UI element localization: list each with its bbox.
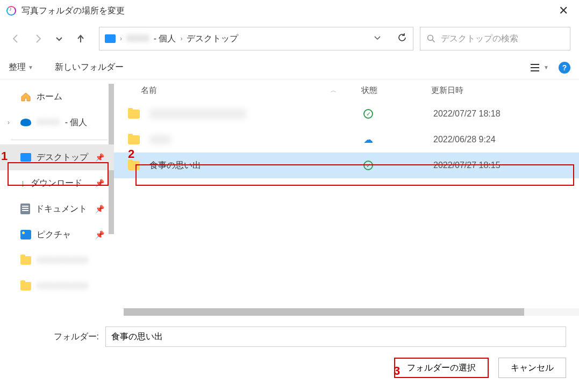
file-row[interactable]: ✓ 2022/07/27 18:18 <box>114 101 579 127</box>
sidebar-item-home[interactable]: ホーム <box>0 84 114 110</box>
help-icon[interactable]: ? <box>559 62 570 74</box>
up-button[interactable] <box>73 31 88 46</box>
footer: フォルダー: フォルダーの選択 キャンセル <box>0 316 579 387</box>
sidebar-item-label: ホーム <box>37 91 62 103</box>
column-headers: 名前 ︿ 状態 更新日時 <box>114 79 579 101</box>
sidebar-item-label: ピクチャ <box>37 229 71 241</box>
select-folder-button[interactable]: フォルダーの選択 <box>394 358 489 378</box>
breadcrumb-user-suffix[interactable]: - 個人 <box>154 33 176 45</box>
folder-icon <box>128 161 140 170</box>
divider <box>11 140 108 140</box>
sidebar-item-label: XXXXXXXXX <box>37 281 88 291</box>
sidebar-item-desktop[interactable]: デスクトップ 📌 <box>0 144 114 170</box>
search-icon <box>427 34 435 43</box>
column-name[interactable]: 名前 <box>141 85 157 96</box>
file-name <box>149 108 246 119</box>
folder-icon <box>20 282 31 291</box>
column-status[interactable]: 状態 <box>361 85 431 96</box>
file-date: 2022/07/27 18:15 <box>433 161 501 170</box>
sidebar-item-label: ダウンロード <box>31 178 82 189</box>
chevron-down-icon: ▼ <box>28 64 33 70</box>
folder-icon <box>128 135 140 144</box>
sidebar-item-folder-1[interactable]: XXXXXXXXX <box>0 248 114 273</box>
address-bar[interactable]: › XXXX - 個人 › デスクトップ <box>99 27 413 50</box>
horizontal-scrollbar[interactable] <box>124 308 579 316</box>
pictures-icon <box>20 230 31 239</box>
document-icon <box>20 204 30 214</box>
sidebar-item-onedrive[interactable]: › XXXX - 個人 <box>0 110 114 135</box>
desktop-icon <box>20 153 31 162</box>
app-icon <box>6 6 16 16</box>
sort-indicator-icon[interactable]: ︿ <box>331 86 337 95</box>
folder-name-input[interactable] <box>105 326 566 347</box>
cloud-icon <box>20 119 31 126</box>
file-date: 2022/07/27 18:18 <box>433 109 501 119</box>
pin-icon[interactable]: 📌 <box>95 205 104 213</box>
window-title: 写真フォルダの場所を変更 <box>22 5 125 17</box>
chevron-right-icon[interactable]: › <box>8 119 10 126</box>
chevron-right-icon: › <box>180 35 182 42</box>
search-box[interactable] <box>420 27 570 50</box>
synced-icon: ✓ <box>363 161 373 170</box>
sidebar: ホーム › XXXX - 個人 デスクトップ 📌 ↓ ダウンロード 📌 ドキュメ… <box>0 79 114 316</box>
new-folder-button[interactable]: 新しいフォルダー <box>55 62 124 73</box>
toolbar: 整理 ▼ 新しいフォルダー ▼ ? <box>0 56 579 79</box>
download-icon: ↓ <box>20 178 25 189</box>
sidebar-item-documents[interactable]: ドキュメント 📌 <box>0 196 114 222</box>
refresh-button[interactable] <box>397 32 408 45</box>
folder-icon <box>20 256 31 265</box>
column-modified[interactable]: 更新日時 <box>431 85 463 96</box>
folder-field-label: フォルダー: <box>13 331 99 343</box>
file-name: 食事の思い出 <box>149 160 363 171</box>
chevron-right-icon: › <box>120 35 122 42</box>
sidebar-item-folder-2[interactable]: XXXXXXXXX <box>0 273 114 299</box>
organize-menu[interactable]: 整理 ▼ <box>9 62 33 73</box>
chevron-down-icon: ▼ <box>544 64 549 70</box>
close-icon[interactable]: ✕ <box>554 4 573 18</box>
file-list: 名前 ︿ 状態 更新日時 ✓ 2022/07/27 18:18 ☁ 2022/0… <box>114 79 579 316</box>
file-date: 2022/06/28 9:24 <box>433 135 496 144</box>
location-icon <box>105 34 116 43</box>
pin-icon[interactable]: 📌 <box>95 153 104 162</box>
file-row-selected[interactable]: 食事の思い出 ✓ 2022/07/27 18:15 <box>114 153 579 178</box>
back-button[interactable] <box>9 31 24 46</box>
home-icon <box>20 92 31 101</box>
nav-row: › XXXX - 個人 › デスクトップ <box>0 21 579 56</box>
list-icon <box>530 63 540 72</box>
forward-button[interactable] <box>30 31 45 46</box>
view-menu[interactable]: ▼ <box>530 63 549 72</box>
file-row[interactable]: ☁ 2022/06/28 9:24 <box>114 127 579 153</box>
folder-icon <box>128 110 140 119</box>
pin-icon[interactable]: 📌 <box>95 230 104 239</box>
svg-point-0 <box>428 35 433 41</box>
synced-icon: ✓ <box>363 109 373 119</box>
breadcrumb-user[interactable]: XXXX <box>126 34 149 43</box>
pin-icon[interactable]: 📌 <box>95 179 104 187</box>
titlebar: 写真フォルダの場所を変更 ✕ <box>0 0 579 21</box>
file-name <box>149 135 171 144</box>
search-input[interactable] <box>441 34 563 43</box>
cloud-icon: ☁ <box>363 134 373 146</box>
recent-dropdown[interactable] <box>52 31 67 46</box>
cancel-button[interactable]: キャンセル <box>498 358 566 378</box>
sidebar-item-label: XXXX <box>37 118 60 127</box>
sidebar-item-label: デスクトップ <box>37 152 88 163</box>
organize-label: 整理 <box>9 62 26 73</box>
sidebar-item-label: ドキュメント <box>35 204 87 215</box>
sidebar-item-downloads[interactable]: ↓ ダウンロード 📌 <box>0 170 114 196</box>
sidebar-item-label-suffix: - 個人 <box>65 117 88 128</box>
sidebar-item-pictures[interactable]: ピクチャ 📌 <box>0 222 114 248</box>
sidebar-item-label: XXXXXXXXX <box>37 256 88 265</box>
breadcrumb-desktop[interactable]: デスクトップ <box>187 33 238 45</box>
address-dropdown[interactable] <box>373 33 382 44</box>
